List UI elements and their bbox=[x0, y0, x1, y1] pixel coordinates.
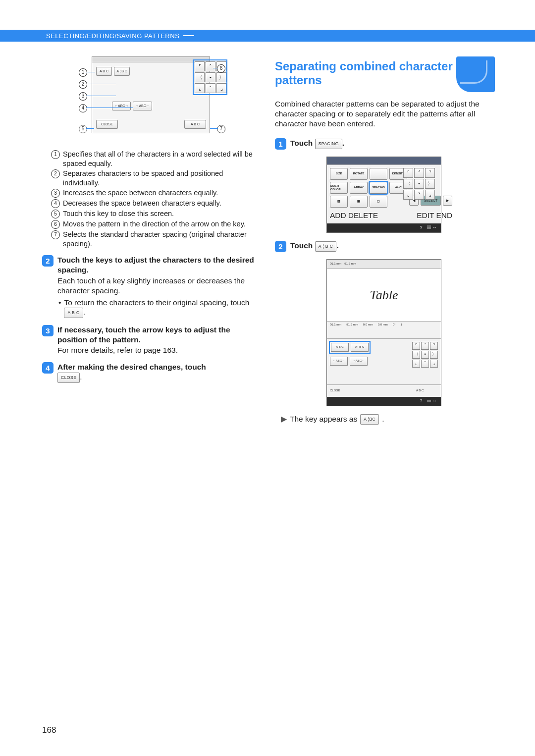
bottom-needle-icon[interactable]: iiii ↔ bbox=[428, 225, 437, 231]
arrow-up-left[interactable]: ⌜ bbox=[412, 342, 420, 350]
arrow-down-left[interactable]: ⌞ bbox=[412, 360, 420, 368]
legend-num: 5 bbox=[51, 210, 60, 218]
bottom-needle-icon[interactable]: iiii ↔ bbox=[428, 398, 437, 404]
bottom-help-icon[interactable]: ? bbox=[420, 225, 422, 231]
info-count: 1 bbox=[400, 323, 402, 337]
step-post: . bbox=[342, 139, 344, 147]
info-rot: 0° bbox=[393, 323, 396, 337]
btn-space-decrease[interactable]: ←ABC→ bbox=[112, 102, 131, 110]
step-tail: . bbox=[80, 373, 82, 381]
btn-close[interactable]: CLOSE bbox=[96, 120, 118, 129]
key-abc-separate[interactable]: A ¦ B C bbox=[315, 241, 337, 252]
select-next[interactable]: ▶ bbox=[443, 196, 452, 206]
btn-abc-separate[interactable]: A ¦ B C bbox=[114, 67, 130, 76]
btn-abc-equal[interactable]: A B C bbox=[96, 67, 112, 76]
btn-close[interactable]: CLOSE bbox=[330, 389, 352, 393]
legend-text: Touch this key to close this screen. bbox=[63, 209, 260, 218]
btn-group[interactable]: ▥ bbox=[330, 196, 348, 208]
bullet-text: To return the characters to their origin… bbox=[64, 298, 249, 307]
btn-standard-spacing[interactable]: A B C bbox=[416, 389, 438, 393]
btn-space-increase[interactable]: →ABC← bbox=[133, 102, 152, 110]
arrow-down[interactable]: ˅ bbox=[421, 360, 429, 368]
arrow-left[interactable]: 〈 bbox=[412, 351, 420, 359]
btn-mirror[interactable] bbox=[370, 168, 387, 180]
arrow-left[interactable]: 〈 bbox=[403, 179, 413, 189]
arrow-center[interactable]: • bbox=[206, 72, 215, 82]
shot2-header: 36.1 mm 91.5 mm bbox=[327, 260, 441, 269]
step-2: 2 Touch the keys to adjust the character… bbox=[42, 255, 260, 318]
key-abc-separated-state: A ¦BC bbox=[360, 414, 379, 425]
arrow-center[interactable]: • bbox=[414, 179, 424, 189]
arrow-left[interactable]: 〈 bbox=[195, 72, 205, 82]
right-step-1: 1 Touch SPACING. bbox=[275, 138, 493, 150]
step-title: After making the desired changes, touch bbox=[57, 363, 206, 371]
info-y: 0.0 mm bbox=[378, 323, 388, 337]
arrow-down-right[interactable]: ⌟ bbox=[430, 360, 438, 368]
legend-text: Separates characters to be spaced and po… bbox=[63, 169, 260, 187]
legend-num: 4 bbox=[51, 199, 60, 208]
arrow-right[interactable]: 〉 bbox=[216, 72, 226, 82]
section-intro: Combined character patterns can be separ… bbox=[275, 99, 493, 128]
btn-delete[interactable]: DELETE bbox=[348, 211, 378, 220]
arrow-up-right[interactable]: ⌝ bbox=[430, 342, 438, 350]
callout-7: 7 bbox=[217, 125, 225, 133]
key-abc-standard[interactable]: A B C bbox=[64, 308, 83, 318]
arrow-down-right[interactable]: ⌟ bbox=[216, 83, 226, 93]
edit-screen-topbar bbox=[327, 157, 441, 164]
arrow-down[interactable]: ˅ bbox=[414, 190, 424, 200]
btn-spacing[interactable]: SPACING bbox=[370, 182, 387, 194]
dim-w: 91.5 mm bbox=[344, 262, 356, 266]
arrow-center[interactable]: • bbox=[421, 351, 429, 359]
bottom-help-icon[interactable]: ? bbox=[420, 398, 422, 404]
arrow-down-right[interactable]: ⌟ bbox=[425, 190, 435, 200]
btn-edit-end[interactable]: EDIT END bbox=[417, 211, 452, 220]
legend-text: Moves the pattern in the direction of th… bbox=[63, 219, 260, 229]
arrow-right[interactable]: 〉 bbox=[425, 179, 435, 189]
step-body: Each touch of a key slightly increases o… bbox=[57, 276, 260, 296]
step-3: 3 If necessary, touch the arrow keys to … bbox=[42, 325, 260, 355]
key-close[interactable]: CLOSE bbox=[57, 373, 80, 383]
callout-5: 5 bbox=[79, 125, 87, 133]
btn-add[interactable]: ADD bbox=[330, 211, 346, 220]
btn-grid[interactable]: ▦ bbox=[350, 196, 368, 208]
step-post: . bbox=[336, 241, 338, 250]
right-step-2: 2 Touch A ¦ B C. bbox=[275, 241, 493, 252]
arrow-up-left[interactable]: ⌜ bbox=[403, 168, 413, 178]
btn-standard-spacing[interactable]: A B C bbox=[184, 120, 206, 129]
info-h: 36.1 mm bbox=[330, 323, 341, 337]
arrow-down-left[interactable]: ⌞ bbox=[403, 190, 413, 200]
btn-space-increase[interactable]: →ABC← bbox=[350, 357, 368, 366]
legend-text: Specifies that all of the characters in … bbox=[63, 150, 260, 168]
legend-num: 2 bbox=[51, 169, 60, 178]
arrow-up-right[interactable]: ⌝ bbox=[425, 168, 435, 178]
legend-num: 6 bbox=[51, 220, 60, 229]
step-badge: 3 bbox=[42, 325, 54, 336]
arrow-down[interactable]: ˅ bbox=[206, 83, 215, 93]
btn-multicolor[interactable]: MULTI COLOR bbox=[330, 182, 348, 194]
spacing-diagram: A B C A ¦ B C ←ABC→ →ABC← CLOSE A B C bbox=[77, 56, 225, 141]
btn-array[interactable]: ARRAY bbox=[350, 182, 368, 194]
arrow-up[interactable]: ˄ bbox=[414, 168, 424, 178]
arrow-pad: ⌜ ˄ ⌝ 〈 • 〉 ⌞ ˅ ⌟ bbox=[403, 168, 438, 200]
arrow-up-left[interactable]: ⌜ bbox=[195, 61, 205, 71]
arrow-down-left[interactable]: ⌞ bbox=[195, 83, 205, 93]
btn-abc-equal[interactable]: A B C bbox=[331, 343, 349, 352]
btn-rotate[interactable]: ROTATE bbox=[350, 168, 368, 180]
btn-abc-separate[interactable]: A ¦ B C bbox=[351, 343, 369, 352]
step-badge: 2 bbox=[42, 255, 54, 267]
btn-size[interactable]: SIZE bbox=[330, 168, 348, 180]
step-title: Touch the keys to adjust the characters … bbox=[57, 255, 260, 275]
btn-frame[interactable]: ▢ bbox=[370, 196, 387, 208]
arrow-up[interactable]: ˄ bbox=[206, 61, 215, 71]
step-badge: 1 bbox=[275, 138, 286, 150]
key-spacing[interactable]: SPACING bbox=[315, 139, 342, 149]
btn-space-decrease[interactable]: ←ABC→ bbox=[330, 357, 348, 366]
step-pre: Touch bbox=[290, 241, 313, 250]
legend-text: Increases the space between characters e… bbox=[63, 188, 260, 198]
section-heading: Separating combined character patterns bbox=[275, 56, 493, 92]
legend-num: 1 bbox=[51, 150, 60, 159]
page-number: 168 bbox=[42, 725, 56, 735]
step-badge: 2 bbox=[275, 241, 286, 252]
arrow-right[interactable]: 〉 bbox=[430, 351, 438, 359]
arrow-up[interactable]: ˄ bbox=[421, 342, 429, 350]
